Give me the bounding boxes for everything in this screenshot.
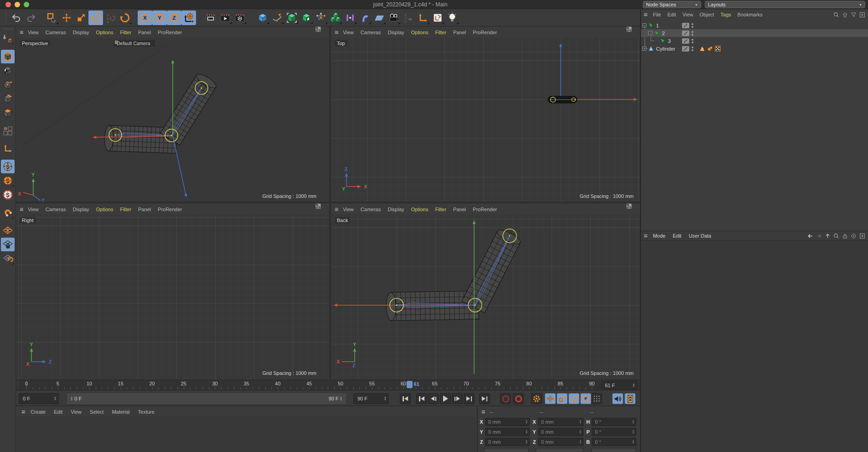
filter-icon[interactable] — [851, 12, 857, 18]
object-manager-menu-item[interactable]: View — [682, 12, 693, 17]
visibility-dots[interactable] — [692, 39, 693, 43]
coord-input[interactable]: 0 °▲▼ — [592, 418, 636, 426]
material-menu-item[interactable]: Create — [31, 409, 46, 415]
tweak-mode-button[interactable] — [1, 124, 15, 138]
window-controls[interactable] — [5, 2, 29, 7]
viewport-menu-item[interactable]: Panel — [138, 207, 151, 212]
object-row-3[interactable]: 3 — [641, 37, 868, 45]
lock-workplane-button[interactable] — [1, 238, 15, 251]
viewport-menu-item[interactable]: Display — [72, 207, 89, 212]
viewport-menu-item[interactable]: Options — [411, 207, 429, 212]
jump-icon[interactable] — [842, 12, 848, 18]
play-button[interactable] — [440, 393, 451, 404]
search-icon[interactable] — [833, 12, 839, 18]
goto-next-frame-button[interactable] — [452, 393, 463, 404]
viewport-menu-item[interactable]: View — [28, 30, 39, 35]
viewport-canvas-bl[interactable]: YZX Right Grid Spacing : 1000 mm — [16, 215, 329, 379]
render-settings-button[interactable] — [232, 10, 247, 25]
object-name[interactable]: Cylinder — [656, 46, 675, 52]
solo-off-button[interactable]: S — [1, 160, 15, 173]
preview-range-slider[interactable]: ‖ 0 F 90 F ‖ — [67, 393, 346, 404]
add-generator-button[interactable] — [299, 10, 314, 25]
add-icon[interactable] — [859, 12, 865, 18]
viewport-menu-item[interactable]: View — [343, 207, 354, 212]
xyz-space-button[interactable]: XYZ — [401, 10, 416, 25]
viewport-menu-item[interactable]: ProRender — [473, 30, 497, 35]
key-rotation-button[interactable] — [568, 393, 579, 404]
material-manager-area[interactable] — [16, 416, 475, 452]
viewport-menu-item[interactable]: Panel — [453, 30, 466, 35]
viewport-menu-item[interactable]: Filter — [435, 207, 446, 212]
checker-tag-icon[interactable] — [715, 46, 721, 52]
coord-input[interactable]: 0 mm▲▼ — [538, 438, 584, 446]
rotate-tool[interactable] — [88, 10, 103, 25]
sound-button[interactable] — [612, 393, 623, 404]
viewport-menu-item[interactable]: Filter — [435, 30, 446, 35]
viewport-menu-item[interactable]: ProRender — [158, 207, 182, 212]
menu-icon[interactable]: ≡ — [644, 232, 647, 239]
undo-button[interactable] — [9, 10, 24, 25]
coord-input[interactable]: 0 mm▲▼ — [538, 428, 584, 436]
object-manager-menu-item[interactable]: Tags — [720, 12, 731, 17]
coordinate-system-button[interactable] — [181, 10, 196, 25]
lock-icon[interactable] — [842, 233, 848, 239]
key-position-button[interactable] — [545, 393, 556, 404]
visibility-dots[interactable] — [692, 31, 693, 36]
attribute-manager-menu-item[interactable]: User Data — [689, 233, 712, 239]
range-left-handle[interactable]: ‖ — [71, 396, 73, 401]
workplane-button[interactable] — [430, 10, 445, 25]
menu-icon[interactable]: ≡ — [644, 11, 647, 18]
axis-mode-button[interactable] — [1, 142, 15, 156]
enable-toggle-icon[interactable] — [682, 23, 689, 28]
key-scale-button[interactable] — [557, 393, 568, 404]
add-bend-deformer-button[interactable] — [357, 10, 372, 25]
current-frame-marker[interactable] — [407, 381, 413, 388]
forward-icon[interactable] — [816, 233, 822, 239]
enable-toggle-icon[interactable] — [682, 31, 689, 36]
timeline-ruler[interactable]: 0510152025303540455055606570758085906161… — [16, 379, 640, 390]
coord-input[interactable]: 0 mm▲▼ — [485, 428, 530, 436]
render-view-button[interactable] — [203, 10, 218, 25]
add-symmetry-button[interactable] — [343, 10, 357, 25]
node-spaces-dropdown[interactable]: Node Spaces▼ — [643, 1, 701, 8]
viewport-menu-item[interactable]: Options — [411, 30, 429, 35]
coordinates-button-partial[interactable] — [484, 448, 529, 452]
add-camera-button[interactable] — [387, 10, 401, 25]
attribute-manager-menu-item[interactable]: Mode — [653, 233, 666, 239]
goto-previous-key-button[interactable] — [416, 393, 427, 404]
viewport-menu-item[interactable]: Cameras — [361, 30, 381, 35]
add-icon[interactable] — [859, 233, 865, 239]
viewport-menu-item[interactable]: Options — [96, 30, 114, 35]
material-menu-item[interactable]: Edit — [54, 409, 62, 415]
make-editable-button[interactable] — [1, 32, 15, 46]
add-array-button[interactable] — [328, 10, 343, 25]
coord-input[interactable]: 0 mm▲▼ — [485, 438, 530, 446]
move-tool[interactable] — [59, 10, 74, 25]
viewport-canvas-tl[interactable]: YXZ Perspective Default Camera Grid Spac… — [16, 38, 329, 202]
layouts-dropdown[interactable]: Layouts▼ — [705, 1, 865, 8]
viewport-menu-item[interactable]: Panel — [453, 207, 466, 212]
current-frame-spinner[interactable]: 61 F▲▼ — [601, 381, 637, 390]
ruler-drag-handle[interactable] — [16, 381, 19, 390]
expand-icon[interactable]: + — [642, 47, 646, 51]
back-icon[interactable] — [807, 233, 813, 239]
polygon-mode-button[interactable] — [1, 106, 15, 120]
viewport-menu-item[interactable]: Cameras — [46, 207, 66, 212]
coord-input[interactable]: 0 mm▲▼ — [485, 418, 530, 426]
viewport-menu-item[interactable]: View — [343, 30, 354, 35]
edge-mode-button[interactable] — [1, 92, 15, 106]
render-picture-viewer-button[interactable] — [218, 10, 232, 25]
material-menu-item[interactable]: Material — [112, 409, 129, 415]
menu-icon[interactable]: ≡ — [20, 29, 23, 36]
viewport-menu-item[interactable]: Display — [388, 30, 404, 35]
object-name[interactable]: 1 — [656, 23, 659, 28]
live-selection-tool[interactable] — [45, 10, 59, 25]
collapse-icon[interactable]: − — [648, 31, 652, 35]
visibility-dots[interactable] — [692, 23, 693, 28]
add-floor-button[interactable] — [372, 10, 387, 25]
sidebar-drag-handle[interactable] — [3, 28, 13, 31]
workplane-grid-button[interactable] — [1, 223, 15, 237]
coord-input[interactable]: 0 mm▲▼ — [538, 418, 584, 426]
add-cube-primitive-button[interactable] — [255, 10, 270, 25]
autokey-button[interactable] — [513, 393, 524, 404]
